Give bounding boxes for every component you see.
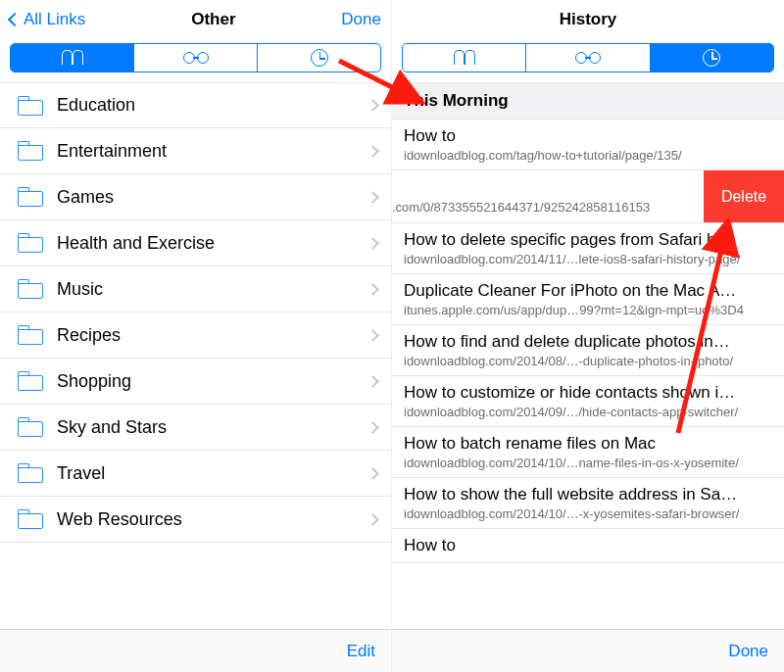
folder-row[interactable]: Entertainment	[0, 128, 391, 174]
tab-bookmarks[interactable]	[11, 44, 134, 72]
folder-icon	[18, 325, 43, 345]
chevron-right-icon	[367, 191, 379, 204]
folder-label: Education	[57, 95, 368, 116]
history-url: idownloadblog.com/2014/10/…-x-yosemites-…	[404, 506, 772, 521]
tab-history[interactable]	[258, 44, 380, 72]
history-title: How to batch rename files on Mac	[404, 434, 772, 454]
toolbar: Done	[392, 629, 784, 672]
segmented-control	[402, 43, 774, 72]
chevron-right-icon	[367, 99, 379, 112]
folder-icon	[18, 233, 43, 253]
bookmarks-pane: All Links Other Done EducationEntertainm…	[0, 0, 392, 672]
history-item-swiped[interactable]: .com/0/873355521644371/925242858116153De…	[392, 170, 784, 223]
chevron-right-icon	[367, 375, 379, 388]
delete-button[interactable]: Delete	[704, 170, 784, 222]
history-url: idownloadblog.com/2014/09/…/hide-contact…	[404, 405, 772, 419]
book-icon	[62, 49, 83, 67]
chevron-right-icon	[367, 421, 379, 434]
folder-icon	[18, 96, 43, 116]
chevron-left-icon	[8, 13, 22, 26]
chevron-right-icon	[367, 283, 379, 296]
folder-row[interactable]: Health and Exercise	[0, 220, 391, 266]
section-header: This Morning	[392, 82, 784, 120]
chevron-right-icon	[367, 513, 379, 526]
folder-row[interactable]: Music	[0, 266, 391, 312]
folder-row[interactable]: Travel	[0, 451, 391, 497]
history-item[interactable]: Duplicate Cleaner For iPhoto on the Mac …	[392, 274, 784, 325]
history-url: idownloadblog.com/2014/10/…name-files-in…	[404, 456, 772, 470]
history-url: itunes.apple.com/us/app/dup…99?mt=12&ign…	[404, 303, 772, 317]
folder-icon	[18, 463, 43, 483]
history-item[interactable]: How to show the full website address in …	[392, 478, 784, 529]
folder-row[interactable]: Sky and Stars	[0, 405, 391, 451]
folder-icon	[18, 279, 43, 299]
history-url: idownloadblog.com/2014/08/…-duplicate-ph…	[404, 354, 772, 368]
history-url: .com/0/873355521644371/925242858116153	[392, 200, 650, 215]
history-pane: History This MorningHow toidownloadblog.…	[392, 0, 784, 672]
history-title: How to	[404, 126, 772, 146]
chevron-right-icon	[367, 329, 379, 342]
folder-row[interactable]: Games	[0, 174, 391, 220]
folder-icon	[18, 371, 43, 391]
folder-row[interactable]: Shopping	[0, 359, 391, 405]
tab-history[interactable]	[651, 44, 773, 72]
tab-reading-list[interactable]	[134, 44, 258, 72]
done-button[interactable]: Done	[728, 642, 768, 661]
clock-icon	[311, 49, 328, 67]
folder-icon	[18, 417, 43, 437]
history-item[interactable]: How toidownloadblog.com/tag/how-to+tutor…	[392, 120, 784, 170]
page-title: Other	[191, 10, 235, 29]
toolbar: Edit	[0, 629, 391, 672]
history-item[interactable]: How to find and delete duplicate photos …	[392, 325, 784, 376]
folder-label: Shopping	[57, 371, 368, 392]
folder-row[interactable]: Web Resources	[0, 497, 391, 543]
glasses-icon	[183, 52, 209, 64]
folder-label: Recipes	[57, 325, 368, 346]
folder-icon	[18, 141, 43, 161]
tab-bookmarks[interactable]	[403, 44, 526, 72]
folder-icon	[18, 509, 43, 529]
folder-label: Travel	[57, 463, 368, 484]
clock-icon	[703, 49, 720, 67]
edit-button[interactable]: Edit	[347, 642, 375, 661]
folder-label: Games	[57, 187, 368, 208]
history-title: How to	[404, 536, 772, 555]
history-item[interactable]: How to	[392, 529, 784, 563]
folder-row[interactable]: Recipes	[0, 312, 391, 359]
glasses-icon	[575, 52, 601, 64]
segmented-control	[10, 43, 381, 72]
history-item[interactable]: How to batch rename files on Macidownloa…	[392, 427, 784, 478]
navbar: All Links Other Done	[0, 0, 391, 39]
navbar: History	[392, 0, 784, 39]
back-button[interactable]: All Links	[10, 10, 85, 29]
page-title: History	[560, 10, 617, 29]
history-title: How to show the full website address in …	[404, 485, 772, 504]
history-item[interactable]: How to delete specific pages from Safari…	[392, 223, 784, 274]
history-title: How to customize or hide contacts shown …	[404, 383, 772, 403]
folder-label: Web Resources	[57, 509, 368, 530]
chevron-right-icon	[367, 237, 379, 250]
folder-label: Music	[57, 279, 368, 300]
history-list: This MorningHow toidownloadblog.com/tag/…	[392, 82, 784, 629]
folder-row[interactable]: Education	[0, 82, 391, 128]
chevron-right-icon	[367, 467, 379, 480]
book-icon	[454, 49, 475, 67]
folder-label: Entertainment	[57, 141, 368, 162]
history-title: How to find and delete duplicate photos …	[404, 332, 772, 352]
back-label: All Links	[24, 10, 85, 29]
history-url: idownloadblog.com/2014/11/…lete-ios8-saf…	[404, 252, 772, 266]
done-button[interactable]: Done	[341, 10, 381, 29]
folder-label: Sky and Stars	[57, 417, 368, 438]
chevron-right-icon	[367, 145, 379, 158]
history-title: Duplicate Cleaner For iPhoto on the Mac …	[404, 281, 772, 301]
history-title: How to delete specific pages from Safari…	[404, 230, 772, 250]
history-url: idownloadblog.com/tag/how-to+tutorial/pa…	[404, 148, 772, 163]
history-item[interactable]: How to customize or hide contacts shown …	[392, 376, 784, 427]
folder-icon	[18, 187, 43, 207]
folder-label: Health and Exercise	[57, 233, 368, 254]
tab-reading-list[interactable]	[526, 44, 650, 72]
folder-list: EducationEntertainmentGamesHealth and Ex…	[0, 82, 391, 629]
